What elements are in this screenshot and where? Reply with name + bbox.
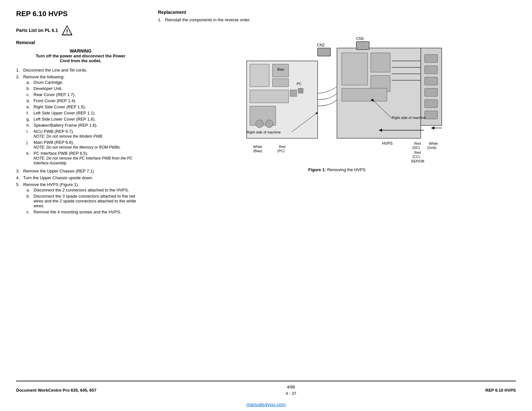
- main-content: REP 6.10 HVPS Parts List on PL 6.1 ! Rem…: [0, 0, 532, 374]
- svg-text:(Bias): (Bias): [253, 149, 262, 153]
- removal-step-2: 2. Remove the following: a.Drum Cartridg…: [16, 74, 145, 167]
- cn2-label: CN2: [317, 43, 325, 47]
- step-5-num: 5.: [16, 182, 23, 187]
- sub-2h: h.Speaker/Battery Frame (REP 1.8).: [26, 123, 145, 128]
- sub-list-2: a.Drum Cartridge. b.Developer Unit. c.Re…: [26, 80, 145, 165]
- cn1-label: CN1: [356, 36, 364, 41]
- step-5-text: Remove the HVPS (Figure 1).: [23, 182, 79, 187]
- hvps-label: HVPS: [382, 141, 393, 146]
- footer-page: 4 - 37: [286, 390, 296, 397]
- removal-list: 1. Disconnect the Line and Tel cords. 2.…: [16, 68, 145, 216]
- replacement-step-1-text: Reinstall the components in the reverse …: [165, 17, 251, 22]
- parts-list-line: Parts List on PL 6.1 !: [16, 24, 145, 36]
- removal-heading: Removal: [16, 40, 145, 45]
- website-text: manuals4you.com: [246, 402, 286, 407]
- diagram-container: Bias PC: [227, 29, 447, 164]
- pc-label: PC: [297, 82, 301, 86]
- step-3-num: 3.: [16, 169, 23, 173]
- svg-rect-23: [425, 54, 438, 63]
- right-column: Replacement 1. Reinstall the components …: [152, 10, 516, 374]
- step-4-num: 4.: [16, 175, 23, 180]
- left-column: REP 6.10 HVPS Parts List on PL 6.1 ! Rem…: [16, 10, 152, 374]
- svg-rect-29: [318, 48, 330, 56]
- svg-rect-12: [298, 88, 303, 93]
- figure-caption: Figure 1: Removing the HVPS: [158, 167, 516, 172]
- sub-2k: k. PC Interface PWB (REP 6.5). NOTE: Do …: [26, 151, 145, 165]
- sub-5b: b. Disconnect the 3 spade connectors att…: [26, 194, 145, 208]
- white-bias-label: White: [253, 145, 262, 149]
- replacement-step-1-row: 1. Reinstall the components in the rever…: [158, 17, 516, 22]
- removal-step-3: 3. Remove the Upper Chassis (REP 7.1): [16, 169, 145, 173]
- step-1-num: 1.: [16, 68, 23, 73]
- red-pc-label: Red: [279, 145, 285, 149]
- svg-text:(CC): (CC): [412, 155, 420, 159]
- replacement-section: Replacement 1. Reinstall the components …: [158, 10, 516, 22]
- right-side-1-label: Right side of machine: [247, 130, 281, 134]
- figure-caption-bold: Figure 1:: [308, 167, 326, 172]
- sub-list-5: a. Disconnect the 2 connectors attached …: [26, 188, 145, 214]
- svg-rect-26: [425, 88, 438, 96]
- sub-5a: a. Disconnect the 2 connectors attached …: [26, 188, 145, 192]
- rep038-label: REP038: [411, 159, 424, 163]
- footer-center: 4/98 4 - 37: [286, 384, 296, 396]
- warning-title: WARNING: [16, 48, 145, 54]
- svg-rect-14: [342, 53, 368, 85]
- sub-2d: d.Front Cover (REP 1.4).: [26, 98, 145, 103]
- figure-area: Bias PC: [158, 29, 516, 172]
- footer: Document WorkCentre Pro 635, 645, 657 4/…: [16, 381, 516, 399]
- sub-2j: j. Main PWB (REP 6.8). NOTE: Do not remo…: [26, 140, 145, 150]
- website-link[interactable]: manuals4you.com: [0, 399, 532, 411]
- svg-rect-6: [272, 79, 289, 87]
- svg-text:(Grid): (Grid): [427, 146, 436, 150]
- right-side-2-label: Right side of machine: [392, 116, 426, 120]
- warning-triangle-icon: !: [61, 24, 73, 36]
- step-2-content: Remove the following: a.Drum Cartridge. …: [23, 74, 145, 167]
- svg-rect-17: [342, 88, 387, 101]
- step-5-content: Remove the HVPS (Figure 1). a. Disconnec…: [23, 182, 145, 216]
- svg-rect-28: [425, 111, 438, 119]
- footer-date: 4/98: [286, 384, 296, 390]
- red-cc-label: Red: [414, 151, 421, 154]
- sub-2i: i. NCU PWB (REP 6.7). NOTE: Do not remov…: [26, 129, 145, 139]
- footer-left: Document WorkCentre Pro 635, 645, 657: [16, 388, 96, 393]
- white-grid-label: White: [429, 142, 438, 145]
- svg-point-10: [265, 120, 273, 128]
- svg-rect-27: [425, 100, 438, 108]
- bias-label: Bias: [277, 67, 284, 71]
- svg-rect-30: [356, 42, 369, 50]
- hvps-diagram: Bias PC: [227, 29, 447, 164]
- step-3-text: Remove the Upper Chassis (REP 7.1): [23, 169, 94, 173]
- sub-2a: a.Drum Cartridge.: [26, 80, 145, 85]
- svg-text:(DC): (DC): [412, 146, 420, 150]
- sub-2f: f.Left Side Upper Cover (REP 1.1).: [26, 111, 145, 115]
- step-2-num: 2.: [16, 74, 23, 79]
- svg-text:!: !: [66, 28, 68, 35]
- sub-2c: c.Rear Cover (REP 1.7).: [26, 92, 145, 97]
- svg-rect-15: [371, 53, 390, 72]
- figure-caption-text: Removing the HVPS: [327, 167, 366, 172]
- svg-rect-11: [290, 90, 297, 96]
- removal-step-5: 5. Remove the HVPS (Figure 1). a. Discon…: [16, 182, 145, 216]
- page-title: REP 6.10 HVPS: [16, 10, 145, 18]
- parts-list-label: Parts List on PL 6.1: [16, 28, 58, 33]
- removal-step-1: 1. Disconnect the Line and Tel cords.: [16, 68, 145, 73]
- red-dc-label: Red: [414, 142, 421, 145]
- svg-rect-7: [250, 90, 289, 103]
- svg-marker-34: [431, 126, 434, 130]
- replacement-heading: Replacement: [158, 10, 516, 15]
- step-4-text: Turn the Upper Chassis upside down.: [23, 175, 93, 180]
- replacement-step-1-num: 1.: [158, 17, 165, 22]
- sub-2g: g.Left Side Lower Cover (REP 1.6).: [26, 117, 145, 122]
- removal-step-4: 4. Turn the Upper Chassis upside down.: [16, 175, 145, 180]
- sub-2b: b.Developer Unit.: [26, 86, 145, 91]
- svg-rect-24: [425, 66, 438, 74]
- svg-text:(PC): (PC): [277, 149, 285, 153]
- sub-2e: e.Right Side Cover (REP 1.5).: [26, 104, 145, 109]
- svg-point-9: [256, 120, 263, 128]
- step-2-text: Remove the following:: [23, 74, 64, 79]
- footer-right: REP 6.10 HVPS: [486, 388, 516, 393]
- sub-5c: c. Remove the 4 mounting screws and the …: [26, 210, 145, 214]
- step-1-text: Disconnect the Line and Tel cords.: [23, 68, 87, 73]
- svg-rect-25: [425, 77, 438, 85]
- warning-text: Turn off the power and disconnect the Po…: [35, 54, 126, 63]
